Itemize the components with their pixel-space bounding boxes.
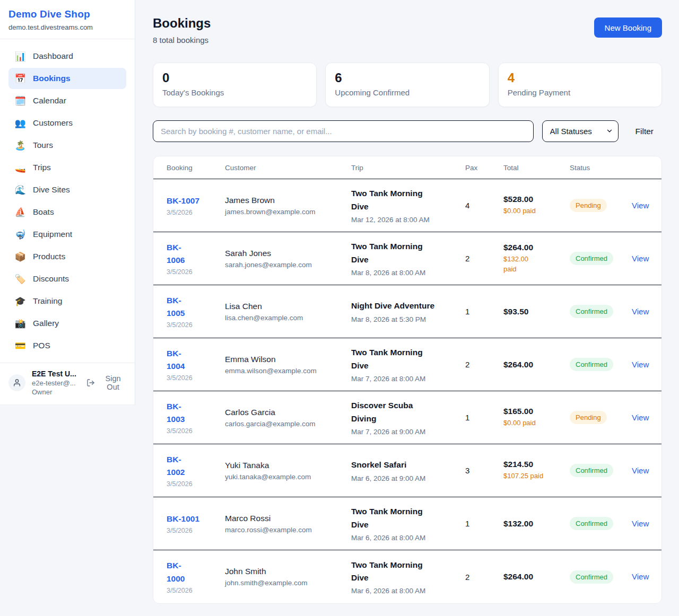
nav-item-icon: 🏷️ bbox=[14, 274, 27, 285]
sidebar-nav: 📊 Dashboard 📅 Bookings 🗓️ Calendar 👥 Cus… bbox=[0, 39, 135, 363]
sidebar-item[interactable]: 📅 Bookings bbox=[8, 68, 126, 89]
booking-cell: BK- 1005 3/5/2026 bbox=[167, 294, 225, 329]
view-booking-link[interactable]: View bbox=[632, 307, 649, 316]
view-booking-link[interactable]: View bbox=[632, 413, 649, 422]
booking-id-link[interactable]: BK- 1004 bbox=[167, 347, 185, 373]
pax-count: 2 bbox=[465, 254, 503, 263]
sidebar-item-label: Gallery bbox=[33, 319, 59, 328]
nav-item-icon: 💳 bbox=[14, 340, 27, 351]
actions-cell: View bbox=[632, 254, 649, 263]
booking-cell: BK-1001 3/5/2026 bbox=[167, 513, 225, 534]
sidebar-item[interactable]: 🚤 Trips bbox=[8, 157, 126, 178]
trip-name: Two Tank Morning Dive bbox=[351, 559, 465, 584]
trip-cell: Two Tank Morning Dive Mar 12, 2026 at 8:… bbox=[351, 187, 465, 223]
sign-out-button[interactable]: Sign Out bbox=[86, 374, 127, 391]
trip-name: Two Tank Morning Dive bbox=[351, 505, 465, 531]
status-badge: Confirmed bbox=[570, 517, 613, 530]
status-filter-select[interactable]: All Statuses bbox=[542, 120, 619, 142]
trip-cell: Two Tank Morning Dive Mar 6, 2026 at 8:0… bbox=[351, 559, 465, 595]
sidebar-item[interactable]: 🏝️ Tours bbox=[8, 135, 126, 156]
sidebar-item-label: Dive Sites bbox=[33, 185, 70, 195]
trip-cell: Snorkel Safari Mar 6, 2026 at 9:00 AM bbox=[351, 459, 465, 482]
sidebar-item[interactable]: 👥 Customers bbox=[8, 112, 126, 134]
status-cell: Pending bbox=[570, 199, 632, 212]
booking-id-link[interactable]: BK- 1006 bbox=[167, 241, 185, 267]
booking-id-link[interactable]: BK- 1002 bbox=[167, 453, 185, 479]
sidebar-item[interactable]: 🌊 Dive Sites bbox=[8, 179, 126, 200]
status-cell: Confirmed bbox=[570, 305, 632, 318]
booking-cell: BK- 1003 3/5/2026 bbox=[167, 400, 225, 435]
trip-name: Snorkel Safari bbox=[351, 459, 465, 471]
filter-bar: All Statuses Filter bbox=[153, 120, 662, 142]
shop-name: Demo Dive Shop bbox=[8, 8, 126, 20]
total-cell: $264.00 bbox=[503, 572, 570, 582]
trip-cell: Discover Scuba Diving Mar 7, 2026 at 9:0… bbox=[351, 399, 465, 435]
trip-datetime: Mar 6, 2026 at 9:00 AM bbox=[351, 474, 465, 482]
new-booking-button[interactable]: New Booking bbox=[594, 17, 662, 38]
customer-email: emma.wilson@example.com bbox=[225, 367, 351, 375]
nav-item-icon: 🚤 bbox=[14, 162, 27, 173]
trip-name: Two Tank Morning Dive bbox=[351, 346, 465, 372]
view-booking-link[interactable]: View bbox=[632, 254, 649, 263]
sidebar-item[interactable]: 🗓️ Calendar bbox=[8, 90, 126, 111]
stat-value: 4 bbox=[508, 71, 652, 85]
view-booking-link[interactable]: View bbox=[632, 572, 649, 581]
status-badge: Confirmed bbox=[570, 252, 613, 265]
sidebar-item-label: Customers bbox=[33, 118, 73, 128]
sidebar-item[interactable]: 🎓 Training bbox=[8, 291, 126, 312]
sign-out-label: Sign Out bbox=[99, 374, 127, 391]
column-header-total: Total bbox=[503, 164, 570, 172]
booking-date: 3/5/2026 bbox=[167, 587, 225, 594]
total-cell: $214.50 $107.25 paid bbox=[503, 460, 570, 481]
pax-count: 4 bbox=[465, 201, 503, 210]
sidebar-item-label: Trips bbox=[33, 163, 51, 172]
total-cell: $528.00 $0.00 paid bbox=[503, 195, 570, 216]
trip-datetime: Mar 12, 2026 at 8:00 AM bbox=[351, 216, 465, 224]
search-input[interactable] bbox=[153, 120, 534, 142]
booking-id-link[interactable]: BK- 1005 bbox=[167, 294, 185, 320]
booking-id-link[interactable]: BK- 1003 bbox=[167, 400, 185, 426]
filter-button[interactable]: Filter bbox=[627, 127, 662, 136]
sidebar-item[interactable]: 📊 Dashboard bbox=[8, 46, 126, 67]
sidebar-item[interactable]: ⛵ Boats bbox=[8, 201, 126, 223]
booking-date: 3/5/2026 bbox=[167, 209, 225, 216]
customer-email: yuki.tanaka@example.com bbox=[225, 473, 351, 481]
nav-item-icon: ⛵ bbox=[14, 207, 27, 218]
table-row: BK- 1004 3/5/2026 Emma Wilson emma.wilso… bbox=[153, 338, 661, 391]
status-cell: Pending bbox=[570, 411, 632, 424]
trip-cell: Two Tank Morning Dive Mar 8, 2026 at 8:0… bbox=[351, 240, 465, 276]
view-booking-link[interactable]: View bbox=[632, 466, 649, 475]
sidebar-item[interactable]: 🏷️ Discounts bbox=[8, 268, 126, 289]
total-cell: $93.50 bbox=[503, 307, 570, 316]
sidebar-item[interactable]: 📦 Products bbox=[8, 246, 126, 267]
booking-cell: BK- 1006 3/5/2026 bbox=[167, 241, 225, 276]
sidebar-user-footer: E2E Test U... e2e-tester@... Owner Sign … bbox=[0, 363, 135, 403]
nav-item-icon: 🌊 bbox=[14, 184, 27, 196]
sidebar-item-label: POS bbox=[33, 341, 50, 350]
view-booking-link[interactable]: View bbox=[632, 201, 649, 210]
sidebar-item[interactable]: 📸 Gallery bbox=[8, 313, 126, 334]
customer-name: Carlos Garcia bbox=[225, 408, 351, 417]
page-header: Bookings 8 total bookings New Booking bbox=[153, 16, 662, 45]
status-cell: Confirmed bbox=[570, 570, 632, 584]
view-booking-link[interactable]: View bbox=[632, 360, 649, 369]
booking-cell: BK-1007 3/5/2026 bbox=[167, 195, 225, 216]
view-booking-link[interactable]: View bbox=[632, 519, 649, 528]
sidebar-item-label: Products bbox=[33, 252, 65, 261]
customer-email: lisa.chen@example.com bbox=[225, 314, 351, 322]
booking-id-link[interactable]: BK-1001 bbox=[167, 513, 199, 525]
booking-id-link[interactable]: BK- 1000 bbox=[167, 559, 185, 585]
booking-id-link[interactable]: BK-1007 bbox=[167, 195, 199, 207]
sidebar-item[interactable]: 🤿 Equipment bbox=[8, 224, 126, 245]
customer-email: john.smith@example.com bbox=[225, 579, 351, 587]
actions-cell: View bbox=[632, 466, 649, 476]
total-amount: $264.00 bbox=[503, 243, 570, 252]
customer-cell: Yuki Tanaka yuki.tanaka@example.com bbox=[225, 461, 351, 481]
trip-cell: Night Dive Adventure Mar 8, 2026 at 5:30… bbox=[351, 300, 465, 323]
actions-cell: View bbox=[632, 201, 649, 210]
nav-item-icon: 📦 bbox=[14, 251, 27, 262]
total-amount: $165.00 bbox=[503, 407, 570, 416]
sidebar-item[interactable]: 💳 POS bbox=[8, 335, 126, 356]
paid-amount: $132.00 paid bbox=[503, 254, 570, 275]
booking-cell: BK- 1000 3/5/2026 bbox=[167, 559, 225, 594]
